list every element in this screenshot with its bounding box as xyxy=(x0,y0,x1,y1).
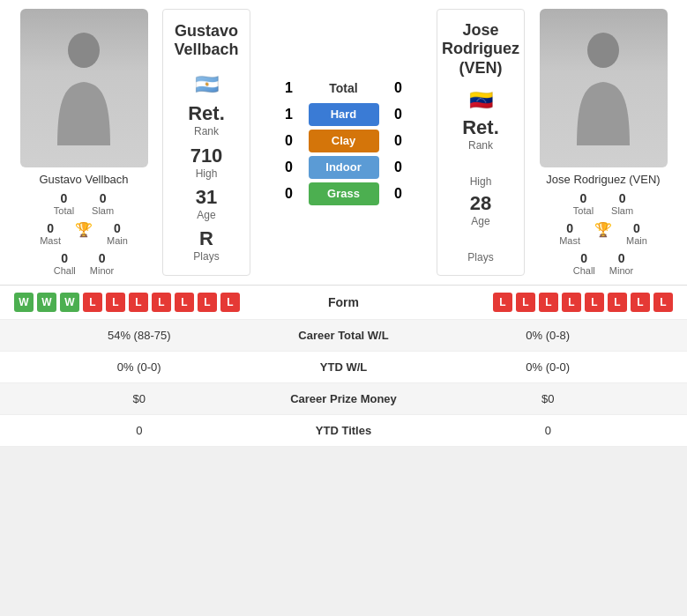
right-slam-stat: 0 Slam xyxy=(611,191,633,216)
svg-point-0 xyxy=(68,33,100,68)
grass-badge: Grass xyxy=(309,182,379,205)
form-badge-right: L xyxy=(562,293,581,312)
left-flag: 🇦🇷 xyxy=(195,73,219,96)
form-badge-left: L xyxy=(152,293,171,312)
right-rank-stat: Ret. Rank xyxy=(462,116,499,152)
bottom-section: WWWLLLLLLL Form LLLLLLLL 54% (88-75) Car… xyxy=(0,285,687,447)
left-high-stat: 710 High xyxy=(190,145,223,180)
left-rank-stat: Ret. Rank xyxy=(188,102,225,137)
stats-right-val: $0 xyxy=(423,392,674,405)
clay-badge: Clay xyxy=(309,130,379,152)
right-trophy-icon: 🏆 xyxy=(594,221,612,246)
form-badge-right: L xyxy=(516,293,535,312)
stats-left-val: 0% (0-0) xyxy=(14,360,265,374)
left-player-header: Gustavo Vellbach GustavoVellbach xyxy=(174,22,238,60)
right-player-card: Jose Rodriguez (VEN) 0 Total 0 Slam 0 Ma… xyxy=(528,9,678,276)
stats-center-label: Career Total W/L xyxy=(265,329,423,342)
right-stats-row2: 0 Mast 🏆 0 Main xyxy=(559,221,647,246)
left-stats-row3: 0 Chall 0 Minor xyxy=(54,251,115,276)
indoor-badge: Indoor xyxy=(309,156,379,179)
clay-row: 0 Clay 0 xyxy=(261,130,426,152)
left-player-card: Gustavo Vellbach 0 Total 0 Slam 0 Mast 🏆 xyxy=(9,9,159,276)
stats-rows: 54% (88-75) Career Total W/L 0% (0-8) 0%… xyxy=(0,320,687,447)
form-badge-left: L xyxy=(220,293,240,312)
stats-center-label: YTD W/L xyxy=(265,360,423,374)
right-plays-stat: Plays xyxy=(467,232,493,263)
svg-point-1 xyxy=(587,33,619,68)
stats-left-val: $0 xyxy=(14,392,265,405)
hard-badge: Hard xyxy=(309,103,379,126)
right-player-avatar xyxy=(540,9,668,167)
left-main-stat: 0 Main xyxy=(107,221,128,246)
left-chall-stat: 0 Chall xyxy=(54,251,76,276)
right-center-stats: Jose Rodriguez(VEN) 🇻🇪 Ret. Rank High 28… xyxy=(437,9,525,276)
form-row: WWWLLLLLLL Form LLLLLLLL xyxy=(0,286,687,320)
total-row: 1 Total 0 xyxy=(261,80,426,96)
form-badge-right: L xyxy=(608,293,627,312)
main-container: Gustavo Vellbach 0 Total 0 Slam 0 Mast 🏆 xyxy=(0,0,687,447)
right-main-stat: 0 Main xyxy=(626,221,647,246)
stats-row: 0 YTD Titles 0 xyxy=(0,415,687,447)
right-player-name: Jose Rodriguez (VEN) xyxy=(546,173,660,186)
left-stats-row1: 0 Total 0 Slam xyxy=(54,191,114,216)
right-high-stat: High xyxy=(470,156,492,188)
stats-center-label: Career Prize Money xyxy=(265,392,423,405)
left-stats-row2: 0 Mast 🏆 0 Main xyxy=(40,221,128,246)
right-stats-row3: 0 Chall 0 Minor xyxy=(573,251,634,276)
form-badge-left: L xyxy=(106,293,125,312)
form-badge-right: L xyxy=(539,293,558,312)
stats-left-val: 0 xyxy=(14,424,265,437)
left-minor-stat: 0 Minor xyxy=(90,251,115,276)
form-badge-left: L xyxy=(83,293,102,312)
form-badge-right: L xyxy=(493,293,512,312)
left-trophy-icon: 🏆 xyxy=(75,221,93,246)
stats-right-val: 0% (0-8) xyxy=(423,329,674,342)
left-total-stat: 0 Total xyxy=(54,191,74,216)
form-badge-left: W xyxy=(14,293,34,312)
right-player-header: Jose Rodriguez(VEN) xyxy=(437,21,524,78)
form-badge-right: L xyxy=(585,293,604,312)
grass-row: 0 Grass 0 xyxy=(261,182,426,205)
stats-right-val: 0% (0-0) xyxy=(423,360,674,374)
form-badge-left: W xyxy=(37,293,56,312)
stats-row: 54% (88-75) Career Total W/L 0% (0-8) xyxy=(0,320,687,352)
right-stats-row1: 0 Total 0 Slam xyxy=(573,191,633,216)
form-badge-right: L xyxy=(653,293,673,312)
form-badge-left: L xyxy=(129,293,148,312)
form-left: WWWLLLLLLL xyxy=(14,293,291,312)
stats-left-val: 54% (88-75) xyxy=(14,329,265,342)
left-player-name: Gustavo Vellbach xyxy=(39,173,128,186)
form-badge-left: L xyxy=(175,293,194,312)
left-plays-stat: R Plays xyxy=(193,227,219,263)
right-total-stat: 0 Total xyxy=(573,191,594,216)
stats-right-val: 0 xyxy=(423,424,674,437)
indoor-row: 0 Indoor 0 xyxy=(261,156,426,179)
left-slam-stat: 0 Slam xyxy=(92,191,114,216)
stats-row: $0 Career Prize Money $0 xyxy=(0,383,687,415)
left-center-stats: Gustavo Vellbach GustavoVellbach 🇦🇷 Ret.… xyxy=(162,9,250,276)
form-badge-right: L xyxy=(631,293,650,312)
right-chall-stat: 0 Chall xyxy=(573,251,595,276)
right-mast-stat: 0 Mast xyxy=(559,221,580,246)
stats-center-label: YTD Titles xyxy=(265,424,423,437)
right-age-stat: 28 Age xyxy=(470,192,491,227)
form-badge-left: L xyxy=(198,293,217,312)
hard-row: 1 Hard 0 xyxy=(261,103,426,126)
players-section: Gustavo Vellbach 0 Total 0 Slam 0 Mast 🏆 xyxy=(0,0,687,285)
form-badge-left: W xyxy=(60,293,79,312)
surface-section: 1 Total 0 1 Hard 0 0 Clay 0 0 Indoor 0 0 xyxy=(254,9,433,276)
right-flag: 🇻🇪 xyxy=(469,89,493,112)
stats-row: 0% (0-0) YTD W/L 0% (0-0) xyxy=(0,352,687,383)
left-mast-stat: 0 Mast xyxy=(40,221,61,246)
left-age-stat: 31 Age xyxy=(196,186,217,221)
form-right: LLLLLLLL xyxy=(397,293,674,312)
form-label: Form xyxy=(291,295,397,309)
right-minor-stat: 0 Minor xyxy=(609,251,634,276)
left-player-avatar xyxy=(20,9,148,167)
